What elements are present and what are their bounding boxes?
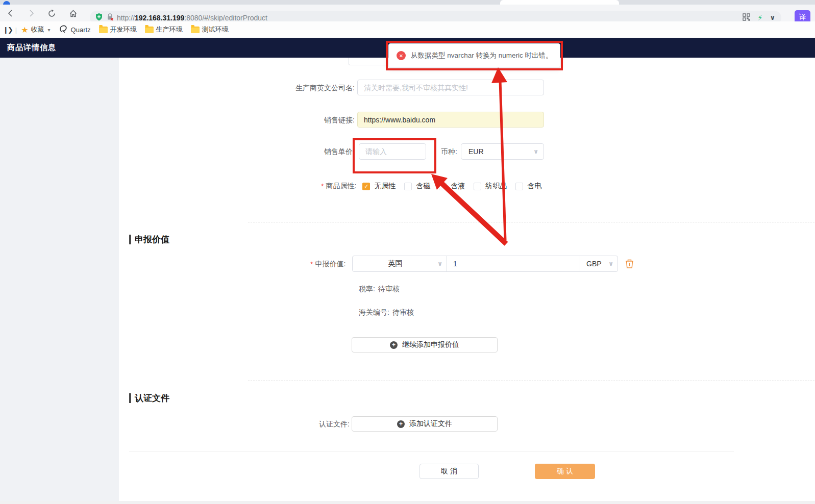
chevron-down-icon: ∨	[608, 260, 613, 267]
checkbox-icon[interactable]	[474, 183, 481, 190]
plus-circle-icon: +	[397, 420, 405, 428]
lightning-icon[interactable]: ⚡	[757, 13, 763, 22]
attributes-label: 商品属性:	[326, 182, 356, 191]
manufacturer-input[interactable]	[357, 80, 544, 95]
required-asterisk: *	[310, 260, 313, 268]
qr-code-icon[interactable]	[743, 13, 750, 22]
folder-icon	[99, 27, 108, 33]
browser-window: http://192.168.31.199:8080/#/skip/editor…	[0, 0, 815, 504]
cancel-button[interactable]: 取 消	[419, 464, 479, 479]
sales-price-label: 销售单价:	[227, 147, 355, 157]
cert-file-label: 认证文件:	[227, 420, 350, 429]
chevron-down-icon: ∨	[437, 260, 442, 267]
attr-option-battery[interactable]: 含电	[515, 182, 541, 191]
attr-option-magnetic[interactable]: 含磁	[404, 182, 430, 191]
declare-value-group: 英国 ∨ 1 GBP ∨	[352, 256, 618, 272]
checkbox-icon[interactable]	[404, 183, 412, 190]
annotation-box-sales-price	[353, 138, 436, 173]
urlbar-chevron-down-icon[interactable]: ∨	[770, 14, 775, 21]
currency-select[interactable]: EUR ∨	[461, 143, 544, 160]
refresh-icon[interactable]	[45, 7, 58, 20]
sidebar-toggle-icon[interactable]: ❙❯	[3, 26, 12, 34]
attributes-row: * 商品属性: ✓ 无属性 含磁 含液 纺织品	[321, 182, 541, 191]
section-title-bar	[129, 393, 131, 403]
active-tab[interactable]	[500, 0, 619, 5]
quartz-logo-icon	[59, 24, 68, 35]
confirm-button[interactable]: 确 认	[535, 464, 595, 479]
attr-option-liquid[interactable]: 含液	[439, 182, 465, 191]
bookmark-folder-dev[interactable]: 开发环境	[99, 25, 137, 34]
forward-icon[interactable]	[24, 7, 38, 20]
folder-icon	[145, 27, 154, 33]
checkbox-icon[interactable]	[515, 183, 523, 190]
back-icon[interactable]	[4, 7, 17, 20]
product-form: 生产商英文公司名: 销售链接: 销售单价: 币种: EUR ∨ * 商品属性: …	[119, 58, 815, 501]
add-declare-value-button[interactable]: + 继续添加申报价值	[352, 337, 498, 352]
currency-value: EUR	[468, 147, 484, 156]
declare-value-label: * 申报价值:	[310, 260, 345, 269]
section-divider	[248, 381, 815, 381]
plus-circle-icon: +	[390, 341, 398, 349]
attr-option-textile[interactable]: 纺织品	[474, 182, 507, 191]
bookmark-folder-prod[interactable]: 生产环境	[145, 25, 183, 34]
bookmark-favorites[interactable]: ★ 收藏 ▾	[21, 25, 50, 35]
attr-option-none[interactable]: ✓ 无属性	[362, 182, 396, 191]
checkbox-checked-icon[interactable]: ✓	[362, 183, 370, 190]
sales-link-label: 销售链接:	[227, 116, 355, 125]
url-text: http://192.168.31.199:8080/#/skip/editor…	[117, 14, 267, 22]
delete-row-icon[interactable]	[625, 259, 634, 270]
bookmark-folder-test[interactable]: 测试环境	[191, 25, 229, 34]
tax-rate-line: 税率: 待审核	[359, 285, 400, 294]
tab-strip	[0, 0, 815, 5]
caret-down-icon[interactable]: ▾	[48, 27, 51, 33]
declare-section-title: 申报价值	[129, 234, 169, 245]
sales-link-input[interactable]	[357, 112, 544, 128]
add-cert-file-button[interactable]: + 添加认证文件	[352, 416, 498, 432]
left-sidebar	[0, 58, 119, 501]
page-title: 商品详情信息	[7, 43, 56, 53]
declare-currency-select[interactable]: GBP ∨	[580, 256, 618, 271]
annotation-box-toast	[386, 41, 563, 70]
manufacturer-label: 生产商英文公司名:	[227, 84, 355, 93]
browser-toolbar: http://192.168.31.199:8080/#/skip/editor…	[0, 5, 815, 21]
bookmarks-bar: ❙❯ | ★ 收藏 ▾ Quartz 开发环境 生产环境 测试环境	[0, 21, 815, 38]
partial-input-above[interactable]	[349, 58, 387, 65]
footer-divider	[129, 451, 734, 451]
bookmarks-divider: |	[15, 26, 17, 34]
chevron-down-icon: ∨	[533, 148, 538, 155]
folder-icon	[191, 27, 200, 33]
bookmark-quartz[interactable]: Quartz	[59, 24, 91, 35]
declare-amount-input[interactable]: 1	[447, 256, 580, 271]
section-title-bar	[129, 235, 131, 244]
bottom-strip	[0, 501, 815, 504]
section-divider	[248, 222, 815, 222]
cert-section-title: 认证文件	[129, 392, 169, 404]
declare-country-select[interactable]: 英国 ∨	[353, 256, 447, 271]
required-asterisk: *	[321, 182, 324, 190]
checkbox-icon[interactable]	[439, 183, 447, 190]
star-icon: ★	[21, 25, 28, 35]
customs-code-line: 海关编号: 待审核	[359, 308, 414, 317]
home-icon[interactable]	[66, 7, 80, 20]
